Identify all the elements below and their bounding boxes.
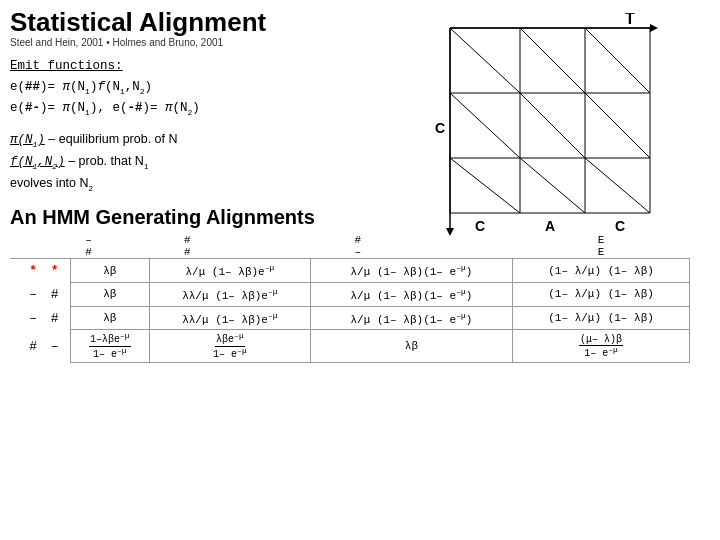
subtitle: Steel and Hein, 2001 • Holmes and Bruno,…: [10, 37, 370, 48]
svg-text:C: C: [475, 218, 485, 234]
desc-line2: f(N1,N2) – prob. that N1: [10, 151, 370, 173]
svg-text:C: C: [435, 120, 445, 136]
emit-section: Emit functions: e(##)= π(N1)f(N1,N2) e(#…: [10, 56, 370, 120]
description-section: π(N1) – equilibrium prob. of N f(N1,N2) …: [10, 129, 370, 194]
svg-text:T: T: [625, 13, 635, 27]
svg-line-22: [585, 158, 650, 213]
desc-line3: evolves into N2: [10, 173, 370, 195]
svg-line-20: [450, 158, 520, 213]
hmm-title: An HMM Generating Alignments: [10, 206, 370, 229]
svg-line-19: [585, 93, 650, 158]
svg-marker-4: [446, 228, 454, 236]
svg-line-16: [585, 28, 650, 93]
frac-col1: 1–λβe–μ 1– e–μ: [89, 332, 131, 360]
page-title: Statistical Alignment: [10, 8, 370, 37]
right-panel: T C: [380, 8, 710, 532]
svg-line-21: [520, 158, 585, 213]
svg-marker-1: [650, 24, 658, 32]
svg-text:A: A: [545, 218, 555, 234]
svg-line-14: [450, 28, 520, 93]
svg-text:C: C: [615, 218, 625, 234]
emit-line1: e(##)= π(N1)f(N1,N2): [10, 77, 370, 98]
svg-line-18: [520, 93, 585, 158]
page-container: Statistical Alignment Steel and Hein, 20…: [0, 0, 720, 540]
desc-line1: π(N1) – equilibrium prob. of N: [10, 129, 370, 151]
left-panel: Statistical Alignment Steel and Hein, 20…: [10, 8, 380, 532]
grid-diagram: T C: [430, 13, 660, 243]
svg-line-15: [520, 28, 585, 93]
svg-line-17: [450, 93, 520, 158]
emit-line2: e(#-)= π(N1), e(-#)= π(N2): [10, 98, 370, 119]
emit-heading: Emit functions:: [10, 56, 370, 77]
frac-col2: λβe–μ 1– e–μ: [212, 332, 248, 360]
